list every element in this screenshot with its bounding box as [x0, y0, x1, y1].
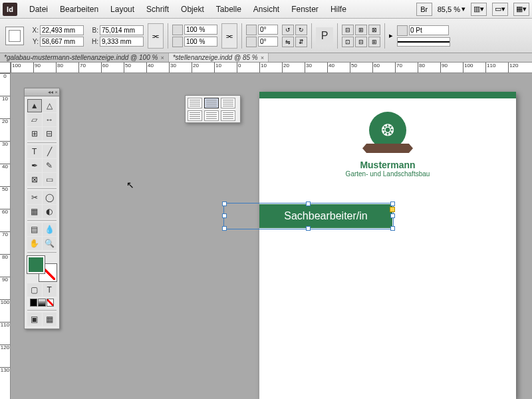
view-mode-1[interactable]: ▥▾ [471, 3, 487, 16]
live-corner-widget[interactable] [390, 207, 395, 212]
page-tool[interactable]: ▱ [27, 113, 42, 126]
close-icon[interactable]: × [160, 55, 164, 61]
arrow-icon: ▸ [389, 31, 393, 40]
bridge-button[interactable]: Br [416, 3, 432, 16]
close-icon[interactable]: × [55, 89, 58, 95]
rotate-ccw-icon[interactable]: ↺ [282, 25, 294, 35]
line-tool[interactable]: ╱ [43, 145, 57, 158]
scissors-tool[interactable]: ✂ [27, 191, 42, 204]
preview-mode[interactable]: ▦ [43, 313, 57, 326]
align-4[interactable]: ⊡ [342, 37, 354, 47]
apply-color[interactable] [30, 299, 37, 307]
document-tabs: *galabau-mustermann-stellenanzeige.indd … [0, 53, 532, 63]
apply-gradient[interactable] [38, 299, 45, 307]
headline-text[interactable]: Sachbearbeiter/in [259, 204, 392, 228]
collapse-icon[interactable]: ◂◂ [48, 89, 53, 95]
handle-top-mid[interactable] [306, 201, 311, 206]
handle-mid-right[interactable] [390, 213, 395, 218]
zoom-tool[interactable]: 🔍 [43, 237, 57, 250]
rotate-input[interactable] [258, 25, 278, 35]
y-input[interactable] [40, 37, 84, 47]
ruler-horizontal[interactable]: 1009080706050403020100102030405060708090… [11, 63, 532, 73]
selected-text-frame[interactable]: Sachbearbeiter/in [225, 204, 392, 228]
flip-h-icon[interactable]: ⇋ [282, 37, 294, 47]
formatting-container[interactable]: ▢ [27, 283, 42, 297]
rect-frame-tool[interactable]: ⊠ [27, 173, 42, 186]
pen-tool[interactable]: ✒ [27, 159, 42, 172]
align-5[interactable]: ⊟ [355, 37, 367, 47]
free-transform-tool[interactable]: ◯ [43, 191, 57, 204]
note-tool[interactable]: ▤ [27, 223, 42, 236]
shear-input[interactable] [258, 37, 278, 47]
direct-selection-tool[interactable]: △ [43, 99, 57, 112]
gradient-swatch-tool[interactable]: ▦ [27, 205, 42, 218]
view-mode-3[interactable]: ▦▾ [513, 3, 529, 16]
ruler-origin[interactable] [0, 63, 11, 73]
handle-top-left[interactable] [222, 201, 227, 206]
gap-tool[interactable]: ↔ [43, 113, 57, 126]
fill-stroke-swatch[interactable] [27, 256, 57, 281]
menu-tabelle[interactable]: Tabelle [211, 2, 247, 17]
rotate-cw-icon[interactable]: ↻ [295, 25, 307, 35]
tab-doc-1[interactable]: *galabau-mustermann-stellenanzeige.indd … [0, 53, 169, 62]
selection-tool[interactable]: ▲ [27, 99, 42, 112]
flip-v-icon[interactable]: ⇵ [295, 37, 307, 47]
content-collector-tool[interactable]: ⊞ [27, 127, 42, 140]
type-tool[interactable]: T [27, 145, 42, 158]
menu-bearbeiten[interactable]: Bearbeiten [55, 2, 104, 17]
tab-label: *stellenanzeige.indd @ 85 % [173, 54, 258, 61]
handle-bot-mid[interactable] [306, 226, 311, 231]
zoom-dropdown[interactable]: 85,5 % ▾ [438, 5, 466, 13]
hand-tool[interactable]: ✋ [27, 237, 42, 250]
ruler-vertical[interactable]: 0102030405060708090100110120130 [0, 73, 11, 399]
handle-bot-right[interactable] [390, 226, 395, 231]
menu-fenster[interactable]: Fenster [286, 2, 324, 17]
menu-ansicht[interactable]: Ansicht [248, 2, 285, 17]
menu-objekt[interactable]: Objekt [176, 2, 209, 17]
formatting-text[interactable]: T [43, 283, 57, 297]
wrap-none[interactable] [188, 98, 202, 108]
handle-bot-left[interactable] [222, 226, 227, 231]
gradient-feather-tool[interactable]: ◐ [43, 205, 57, 218]
scale-y-input[interactable] [184, 37, 217, 47]
close-icon[interactable]: × [261, 55, 264, 61]
x-input[interactable] [40, 25, 84, 35]
width-input[interactable] [100, 25, 144, 35]
tab-doc-2[interactable]: *stellenanzeige.indd @ 85 %× [169, 53, 269, 62]
view-mode-2[interactable]: ▭▾ [492, 3, 508, 16]
wrap-jump[interactable] [188, 110, 202, 121]
tree-icon: ❂ [381, 121, 394, 140]
link-scale-icon[interactable]: ⫘ [221, 23, 237, 49]
eyedropper-tool[interactable]: 💧 [43, 223, 57, 236]
stroke-style-dropdown[interactable] [397, 37, 450, 47]
normal-view-mode[interactable]: ▣ [27, 313, 42, 326]
menu-datei[interactable]: Datei [24, 2, 53, 17]
menu-layout[interactable]: Layout [105, 2, 140, 17]
scale-x-input[interactable] [184, 25, 217, 35]
link-wh-icon[interactable]: ⫘ [148, 23, 164, 49]
stroke-weight-input[interactable] [409, 25, 449, 35]
wrap-invert[interactable] [221, 110, 235, 121]
wrap-jump-next[interactable] [204, 110, 219, 121]
menu-hilfe[interactable]: Hilfe [325, 2, 352, 17]
rect-tool[interactable]: ▭ [43, 173, 57, 186]
handle-top-right[interactable] [390, 201, 395, 206]
align-6[interactable]: ⊞ [368, 37, 380, 47]
align-3[interactable]: ⊠ [368, 25, 380, 35]
wrap-bounding[interactable] [204, 98, 219, 108]
menu-bar: Id Datei Bearbeiten Layout Schrift Objek… [0, 0, 532, 19]
document-page[interactable]: ❂ Mustermann Garten- und Landschaftsbau [259, 92, 516, 399]
align-1[interactable]: ⊟ [342, 25, 354, 35]
menu-schrift[interactable]: Schrift [141, 2, 174, 17]
tools-header[interactable]: ◂◂× [25, 88, 59, 96]
reference-point[interactable] [5, 27, 24, 45]
pencil-tool[interactable]: ✎ [43, 159, 57, 172]
height-input[interactable] [100, 37, 144, 47]
align-2[interactable]: ⊞ [355, 25, 367, 35]
wrap-shape[interactable] [221, 98, 235, 108]
handle-mid-left[interactable] [222, 213, 227, 218]
fill-swatch[interactable] [27, 256, 45, 273]
logo-banner [362, 144, 413, 153]
content-placer-tool[interactable]: ⊟ [43, 127, 57, 140]
apply-none[interactable] [47, 299, 54, 307]
